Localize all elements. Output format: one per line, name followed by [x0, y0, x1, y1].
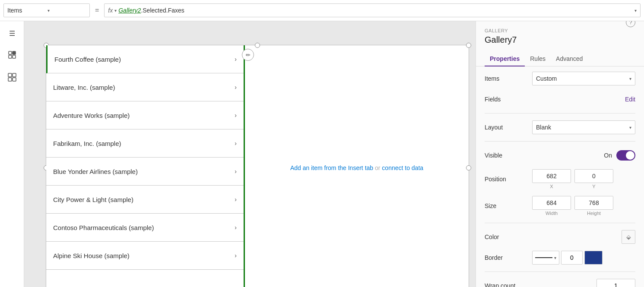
sidebar-item-menu[interactable]: ☰ [5, 26, 19, 40]
color-swatch[interactable]: ⬙ [622, 230, 635, 244]
svg-rect-6 [8, 78, 12, 81]
sidebar-item-layers[interactable] [5, 49, 19, 63]
color-icon: ⬙ [626, 233, 631, 240]
handle-top-center[interactable] [255, 43, 260, 48]
color-prop-label: Color [485, 233, 532, 240]
border-controls: ▾ [532, 251, 635, 265]
items-dropdown-label: Items [7, 7, 46, 14]
items-dropdown-chevron: ▾ [629, 76, 631, 81]
toggle-knob [626, 151, 634, 160]
border-width-input[interactable] [561, 251, 583, 265]
wrap-count-row: Wrap count [485, 279, 635, 287]
border-row: Border ▾ [485, 251, 635, 265]
size-height-input[interactable] [574, 196, 613, 210]
svg-rect-4 [8, 73, 12, 77]
color-value: ⬙ [532, 230, 635, 244]
layout-prop-value: Blank ▾ [532, 120, 635, 134]
main-area: ☰ [0, 21, 644, 287]
divider-3 [485, 223, 635, 223]
items-dropdown-prop[interactable]: Custom ▾ [532, 72, 635, 85]
border-color-swatch[interactable] [584, 251, 603, 265]
gallery-item-2[interactable]: Adventure Works (sample) › [46, 101, 244, 129]
pos-x-input[interactable] [532, 169, 571, 183]
gallery-item-chevron-1: › [235, 84, 237, 91]
color-row: Color ⬙ [485, 230, 635, 244]
gallery-item-text-6: Contoso Pharmaceuticals (sample) [53, 224, 235, 231]
fields-row: Fields Edit [485, 92, 635, 106]
gallery-item-text-7: Alpine Ski House (sample) [53, 252, 235, 259]
help-button[interactable]: ? [626, 21, 635, 27]
gallery-right-panel: Add an item from the Insert tab or conne… [245, 45, 469, 287]
tab-advanced[interactable]: Advanced [551, 52, 588, 66]
gallery-section-label: GALLERY [485, 28, 517, 33]
gallery-item-1[interactable]: Litware, Inc. (sample) › [46, 73, 244, 101]
edit-pencil-button[interactable]: ✏ [242, 49, 254, 61]
gallery-empty-text: Add an item from the Insert tab or conne… [290, 163, 423, 173]
layout-dropdown[interactable]: Blank ▾ [532, 120, 635, 134]
gallery-item-5[interactable]: City Power & Light (sample) › [46, 186, 244, 214]
gallery-item-7[interactable]: Alpine Ski House (sample) › [46, 242, 244, 270]
gallery-widget: ✏ Fourth Coffee (sample) › Litware, Inc.… [46, 45, 469, 287]
items-dropdown-value: Custom [536, 75, 557, 82]
gallery-item-text-0: Fourth Coffee (sample) [54, 56, 235, 63]
items-prop-value: Custom ▾ [532, 72, 635, 85]
size-width-input[interactable] [532, 196, 571, 210]
border-style-dropdown[interactable]: ▾ [532, 251, 559, 265]
border-line-preview [535, 257, 552, 258]
wrap-count-input[interactable] [596, 279, 635, 287]
fields-prop-value: Edit [532, 96, 635, 103]
top-bar: Items ▾ = fx ▾ Gallery2.Selected.Faxes ▾ [0, 0, 644, 21]
fx-chevron[interactable]: ▾ [114, 8, 117, 13]
gallery-item-text-1: Litware, Inc. (sample) [53, 84, 235, 91]
svg-rect-3 [13, 55, 16, 58]
divider-4 [485, 271, 635, 272]
size-prop-label: Size [485, 202, 532, 209]
gallery-item-0[interactable]: Fourth Coffee (sample) › [46, 45, 244, 73]
insert-tab-link[interactable]: Add an item from the Insert tab [290, 164, 373, 171]
items-prop-label: Items [485, 75, 532, 82]
gallery-item-text-4: Blue Yonder Airlines (sample) [53, 168, 235, 175]
sidebar-item-grid[interactable] [5, 71, 19, 85]
visible-toggle[interactable] [616, 150, 635, 161]
formula-expand-chevron[interactable]: ▾ [634, 8, 637, 13]
right-panel: GALLERY Gallery7 ? Properties Rules Adva… [476, 21, 644, 287]
handle-middle-right[interactable] [466, 165, 471, 170]
svg-rect-2 [9, 55, 12, 58]
position-row: Position X Y [485, 169, 635, 189]
items-dropdown[interactable]: Items ▾ [3, 3, 90, 17]
handle-top-right[interactable] [466, 43, 471, 48]
visible-prop-label: Visible [485, 152, 532, 159]
fields-edit-link[interactable]: Edit [625, 96, 635, 103]
layers-icon [8, 50, 16, 61]
left-sidebar: ☰ [0, 21, 24, 287]
tab-rules[interactable]: Rules [525, 52, 551, 66]
formula-bar[interactable]: fx ▾ Gallery2.Selected.Faxes ▾ [104, 3, 641, 17]
visible-row: Visible On [485, 148, 635, 162]
svg-rect-0 [9, 51, 12, 54]
layout-dropdown-value: Blank [536, 124, 551, 131]
gallery-item-chevron-0: › [235, 56, 237, 63]
gallery-item-3[interactable]: Fabrikam, Inc. (sample) › [46, 129, 244, 158]
size-row: Size Width Height [485, 196, 635, 216]
gallery-item-chevron-7: › [235, 252, 237, 259]
svg-rect-1 [13, 51, 16, 54]
gallery-item-text-3: Fabrikam, Inc. (sample) [53, 140, 235, 147]
size-height-label: Height [587, 211, 601, 216]
gallery-item-4[interactable]: Blue Yonder Airlines (sample) › [46, 158, 244, 186]
pos-x-group: X [532, 169, 571, 189]
pos-y-input[interactable] [574, 169, 613, 183]
tab-properties[interactable]: Properties [485, 52, 525, 66]
canvas-area: ✏ Fourth Coffee (sample) › Litware, Inc.… [24, 21, 476, 287]
connect-data-link[interactable]: connect to data [382, 164, 423, 171]
empty-text-or: or [373, 164, 382, 171]
position-inputs: X Y [532, 169, 635, 189]
gallery-item-chevron-5: › [235, 196, 237, 203]
gallery-item-6[interactable]: Contoso Pharmaceuticals (sample) › [46, 214, 244, 242]
formula-text: Gallery2.Selected.Faxes [118, 7, 633, 14]
gallery-item-chevron-6: › [235, 224, 237, 231]
size-width-label: Width [546, 211, 558, 216]
pos-y-label: Y [592, 184, 595, 189]
items-row: Items Custom ▾ [485, 72, 635, 85]
size-inputs: Width Height [532, 196, 635, 216]
divider-2 [485, 141, 635, 142]
